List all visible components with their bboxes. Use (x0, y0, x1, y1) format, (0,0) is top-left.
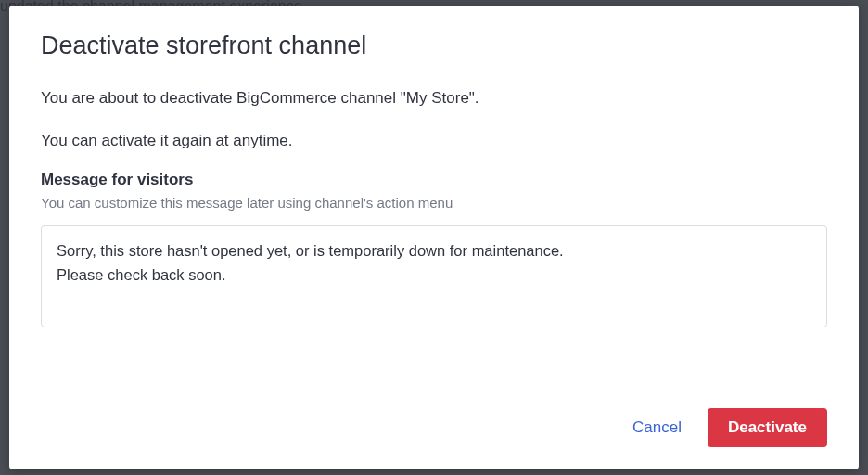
modal-footer: Cancel Deactivate (41, 390, 827, 447)
modal-body-line1: You are about to deactivate BigCommerce … (41, 86, 827, 110)
visitor-message-sublabel: You can customize this message later usi… (41, 195, 827, 211)
cancel-button[interactable]: Cancel (629, 411, 685, 444)
modal-title: Deactivate storefront channel (41, 32, 827, 60)
deactivate-channel-modal: Deactivate storefront channel You are ab… (9, 6, 859, 469)
modal-body-line2: You can activate it again at anytime. (41, 129, 827, 153)
visitor-message-textarea[interactable] (41, 225, 827, 327)
visitor-message-label: Message for visitors (41, 171, 827, 189)
deactivate-button[interactable]: Deactivate (708, 408, 827, 447)
